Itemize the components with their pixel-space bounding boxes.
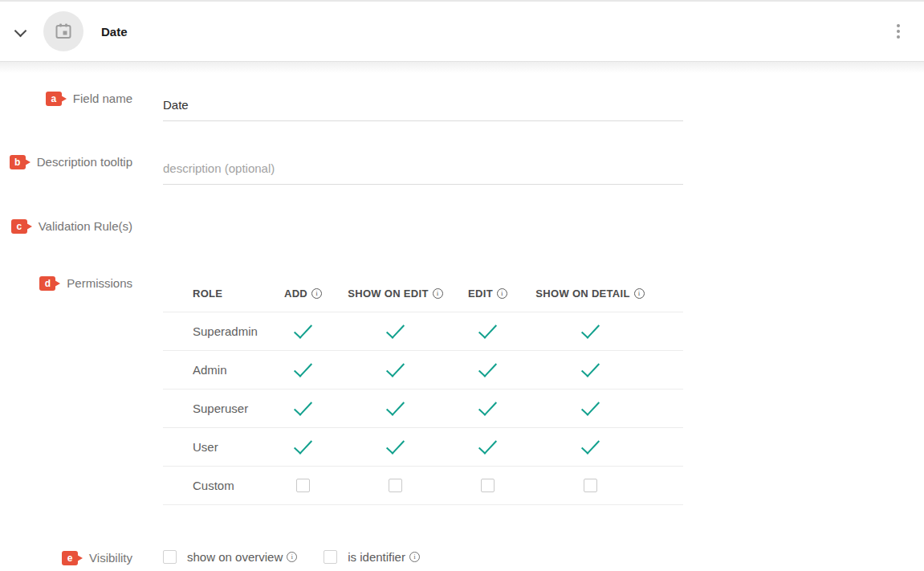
column-header-add-label: ADD xyxy=(284,288,307,300)
permissions-content: ROLE ADD SHOW ON EDIT EDIT SHOW ON DETAI… xyxy=(163,275,683,505)
column-header-edit-label: EDIT xyxy=(468,288,493,300)
role-name: Admin xyxy=(163,363,265,377)
description-label: Description tooltip xyxy=(37,154,132,169)
check-icon[interactable] xyxy=(385,437,406,458)
badge-d: d xyxy=(39,276,55,291)
role-name: User xyxy=(163,440,265,454)
badge-c: c xyxy=(11,219,27,234)
check-icon[interactable] xyxy=(293,398,314,419)
is-identifier-text: is identifier xyxy=(348,550,405,564)
column-header-show-on-edit-label: SHOW ON EDIT xyxy=(348,288,428,300)
column-header-show-on-detail-label: SHOW ON DETAIL xyxy=(535,288,629,300)
table-row-user: User xyxy=(163,428,683,467)
checkbox[interactable] xyxy=(296,479,310,492)
check-icon[interactable] xyxy=(385,398,406,419)
field-name-input[interactable] xyxy=(163,91,683,121)
field-name-content xyxy=(163,91,683,121)
column-header-show-on-edit: SHOW ON EDIT xyxy=(348,288,442,300)
badge-b: b xyxy=(10,155,26,169)
role-name: Superuser xyxy=(163,402,265,415)
validation-label: Validation Rule(s) xyxy=(39,218,132,234)
validation-row: c Validation Rule(s) xyxy=(0,218,924,234)
validation-label-cell: c Validation Rule(s) xyxy=(0,218,132,234)
info-icon[interactable] xyxy=(433,288,443,299)
description-input[interactable] xyxy=(163,154,683,185)
column-header-add: ADD xyxy=(284,288,322,300)
badge-e: e xyxy=(62,551,78,565)
checkbox[interactable] xyxy=(389,479,402,492)
permissions-label: Permissions xyxy=(67,275,132,291)
check-icon[interactable] xyxy=(385,360,406,381)
permissions-table-header: ROLE ADD SHOW ON EDIT EDIT SHOW ON DETAI… xyxy=(163,275,683,312)
role-name: Superadmin xyxy=(163,324,265,338)
permissions-label-cell: d Permissions xyxy=(0,275,132,291)
column-header-edit: EDIT xyxy=(468,288,507,300)
check-icon[interactable] xyxy=(580,398,600,419)
visibility-label: Visibility xyxy=(89,550,132,565)
chevron-down-icon[interactable] xyxy=(15,26,26,37)
checkbox[interactable] xyxy=(584,479,597,492)
info-icon[interactable] xyxy=(634,288,645,299)
field-type-avatar xyxy=(43,11,83,51)
column-header-role-label: ROLE xyxy=(193,288,222,300)
description-content xyxy=(163,154,683,185)
field-name-row: a Field name xyxy=(0,91,924,121)
check-icon[interactable] xyxy=(580,360,600,381)
show-on-overview-text: show on overview xyxy=(187,550,283,564)
check-icon[interactable] xyxy=(478,398,499,419)
field-panel-header: Date xyxy=(0,0,924,62)
check-icon[interactable] xyxy=(580,321,600,342)
check-icon[interactable] xyxy=(478,360,499,381)
info-icon[interactable] xyxy=(497,288,507,299)
role-name: Custom xyxy=(163,479,265,492)
is-identifier-label: is identifier xyxy=(348,550,420,564)
show-on-overview-label: show on overview xyxy=(187,550,297,564)
info-icon[interactable] xyxy=(287,552,297,562)
check-icon[interactable] xyxy=(293,321,314,342)
column-header-show-on-detail: SHOW ON DETAIL xyxy=(535,288,644,300)
check-icon[interactable] xyxy=(580,437,600,458)
check-icon[interactable] xyxy=(293,437,314,458)
check-icon[interactable] xyxy=(385,321,406,342)
is-identifier-checkbox[interactable] xyxy=(324,550,337,564)
show-on-overview-checkbox[interactable] xyxy=(163,550,177,564)
table-row-superuser: Superuser xyxy=(163,390,683,428)
visibility-content: show on overview is identifier xyxy=(163,550,683,564)
description-label-cell: b Description tooltip xyxy=(0,154,132,169)
column-header-role: ROLE xyxy=(163,288,222,300)
field-name-label: Field name xyxy=(73,91,132,106)
header-shadow-divider xyxy=(0,62,924,73)
description-row: b Description tooltip xyxy=(0,154,924,185)
checkbox[interactable] xyxy=(481,479,495,492)
visibility-label-cell: e Visibility xyxy=(0,550,132,565)
permissions-table: ROLE ADD SHOW ON EDIT EDIT SHOW ON DETAI… xyxy=(163,275,683,505)
table-row-custom: Custom xyxy=(163,467,683,505)
table-row-superadmin: Superadmin xyxy=(163,312,683,351)
calendar-icon xyxy=(54,22,73,41)
permissions-row: d Permissions ROLE ADD SHOW ON EDIT EDIT xyxy=(0,275,924,505)
visibility-row: e Visibility show on overview is identif… xyxy=(0,550,924,565)
page-title: Date xyxy=(101,25,128,39)
info-icon[interactable] xyxy=(311,288,322,299)
badge-a: a xyxy=(46,92,62,106)
check-icon[interactable] xyxy=(293,360,314,381)
info-icon[interactable] xyxy=(409,552,420,562)
check-icon[interactable] xyxy=(478,437,499,458)
kebab-menu-icon[interactable] xyxy=(893,21,903,42)
table-row-admin: Admin xyxy=(163,351,683,390)
check-icon[interactable] xyxy=(478,321,499,342)
field-name-label-cell: a Field name xyxy=(0,91,132,106)
